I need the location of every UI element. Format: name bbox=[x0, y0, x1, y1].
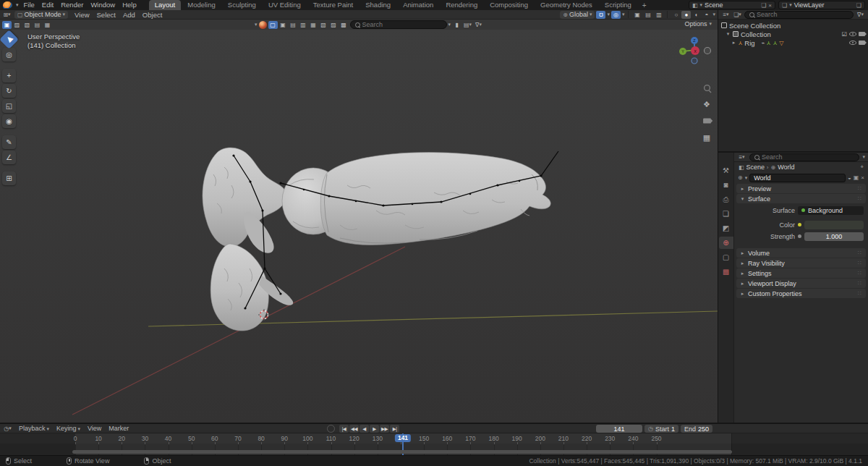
tool-option-4-icon[interactable]: ▥ bbox=[299, 21, 308, 29]
select-mode-extend-icon[interactable]: ▨ bbox=[12, 21, 22, 29]
chevron-down-icon[interactable]: ▾ bbox=[255, 22, 258, 27]
new-viewlayer-icon[interactable]: ❏ bbox=[856, 2, 861, 9]
editor-type-button[interactable]: ≡▾ bbox=[737, 153, 746, 161]
auto-keying-icon[interactable] bbox=[327, 425, 335, 433]
end-frame-field[interactable]: End 250 bbox=[681, 425, 712, 433]
chevron-down-icon[interactable]: ▾ bbox=[448, 22, 451, 27]
chevron-down-icon[interactable]: ▾ bbox=[607, 12, 610, 17]
shading-rendered-icon[interactable]: ◓ bbox=[702, 11, 711, 19]
properties-search-input[interactable] bbox=[762, 153, 812, 161]
tab-rendering[interactable]: Rendering bbox=[440, 0, 483, 10]
expand-icon[interactable]: ▸ bbox=[731, 40, 736, 46]
outliner-filter-icon[interactable]: ∇▾ bbox=[856, 11, 865, 19]
collection-checkbox[interactable]: ☑ bbox=[842, 31, 847, 38]
duplicate-icon[interactable]: ▣ bbox=[854, 174, 859, 181]
viewport-canvas[interactable]: User Perspective (141) Collection ▶◎+↻◱◉… bbox=[0, 30, 718, 423]
jump-end-button[interactable]: ▶| bbox=[390, 425, 399, 433]
outliner-scene-icon[interactable]: ❏▾ bbox=[733, 11, 742, 19]
zoom-icon[interactable] bbox=[701, 82, 712, 93]
viewport-menu-add[interactable]: Add bbox=[119, 10, 139, 20]
proportional-editing-icon[interactable]: ◎ bbox=[611, 11, 621, 19]
outliner-row-scene-collection[interactable]: Scene Collection bbox=[720, 21, 867, 30]
tool-rotate-button[interactable]: ↻ bbox=[2, 84, 16, 98]
properties-tab-object[interactable]: ▢ bbox=[719, 251, 733, 263]
hide-eye-icon[interactable] bbox=[849, 32, 856, 36]
tab-shading[interactable]: Shading bbox=[359, 0, 396, 10]
chevron-down-icon[interactable]: ▾ bbox=[862, 154, 865, 160]
tab-scripting[interactable]: Scripting bbox=[599, 0, 637, 10]
chevron-down-icon[interactable]: ▾ bbox=[622, 12, 625, 17]
select-mode-subtract-icon[interactable]: ▧ bbox=[22, 21, 32, 29]
playhead-frame-chip[interactable]: 141 bbox=[395, 434, 411, 442]
shading-wireframe-icon[interactable]: ○ bbox=[671, 11, 681, 19]
tab-uv-editing[interactable]: UV Editing bbox=[263, 0, 307, 10]
timeline-scrollbar[interactable] bbox=[72, 450, 732, 454]
tab-layout[interactable]: Layout bbox=[149, 0, 182, 10]
viewport-menu-select[interactable]: Select bbox=[93, 10, 119, 20]
play-button[interactable]: ▶ bbox=[370, 425, 379, 433]
color-swatch[interactable] bbox=[804, 221, 864, 229]
current-frame-field[interactable]: 141 bbox=[596, 425, 642, 433]
new-scene-icon[interactable]: ❏ bbox=[761, 2, 766, 9]
properties-tab-scene[interactable]: ◩ bbox=[719, 222, 733, 234]
blender-logo-icon[interactable] bbox=[3, 1, 12, 9]
panel-surface[interactable]: ▾ Surface ∷ bbox=[736, 194, 866, 203]
tab-compositing[interactable]: Compositing bbox=[484, 0, 534, 10]
viewlayer-selector[interactable]: ❏ ▾ ViewLayer ❏ bbox=[778, 1, 865, 9]
viewport-menu-view[interactable]: View bbox=[71, 10, 93, 20]
strength-decorator-icon[interactable] bbox=[798, 234, 801, 238]
tab-texture-paint[interactable]: Texture Paint bbox=[307, 0, 359, 10]
timeline-ruler[interactable]: 0102030405060708090100110120130150160170… bbox=[0, 433, 868, 444]
world-name-field[interactable]: World bbox=[749, 174, 846, 182]
matcap-ball-icon[interactable] bbox=[259, 21, 267, 29]
unlink-icon[interactable]: × bbox=[768, 2, 772, 9]
tool-option-8-icon[interactable]: ▩ bbox=[339, 21, 349, 29]
tool-option-6-icon[interactable]: ▧ bbox=[319, 21, 328, 29]
timeline-menu-keying[interactable]: Keying ▾ bbox=[53, 424, 84, 433]
options-dropdown[interactable]: Options ▾ bbox=[684, 20, 712, 27]
menu-edit[interactable]: Edit bbox=[38, 0, 57, 10]
properties-tab-tool[interactable]: ⚒ bbox=[719, 164, 733, 177]
show-overlays-icon[interactable]: ▤ bbox=[643, 11, 652, 19]
shading-dropdown-icon[interactable]: ▾ bbox=[712, 12, 715, 17]
unlink-icon[interactable]: × bbox=[861, 174, 864, 181]
menu-file[interactable]: File bbox=[20, 0, 38, 10]
properties-tab-output[interactable]: ⎙ bbox=[719, 193, 733, 206]
shading-material-preview-icon[interactable]: ◐ bbox=[692, 11, 701, 19]
scene-selector[interactable]: ◧ ▾ Scene ❏ × bbox=[689, 1, 775, 9]
breadcrumb-world[interactable]: World bbox=[778, 164, 794, 171]
panel-settings[interactable]: ▸ Settings ∷ bbox=[736, 268, 866, 278]
editor-type-button[interactable]: ⊞▾ bbox=[2, 11, 12, 19]
chevron-down-icon[interactable]: ▾ bbox=[745, 175, 748, 181]
panel-ray-visibility[interactable]: ▸ Ray Visibility ∷ bbox=[736, 258, 866, 268]
snap-magnet-icon[interactable]: Ω bbox=[596, 11, 605, 19]
filter-icon[interactable]: ∇▾ bbox=[474, 21, 483, 29]
tool-add-cube-button[interactable]: ⊞ bbox=[2, 171, 16, 185]
tab-modeling[interactable]: Modeling bbox=[182, 0, 221, 10]
pan-hand-icon[interactable]: ❖ bbox=[701, 98, 712, 110]
fake-user-shield-icon[interactable]: ◒ bbox=[848, 174, 851, 181]
shading-solid-icon[interactable]: ● bbox=[681, 11, 691, 19]
add-workspace-button[interactable]: + bbox=[639, 1, 650, 9]
menu-help[interactable]: Help bbox=[119, 0, 140, 10]
properties-tab-view-layer[interactable]: ❏ bbox=[719, 208, 733, 220]
pin-icon[interactable]: ⌖ bbox=[860, 164, 864, 171]
panel-custom-properties[interactable]: ▸ Custom Properties ∷ bbox=[736, 289, 866, 298]
panel-preview[interactable]: ▸ Preview ∷ bbox=[736, 184, 866, 193]
outliner-row-collection[interactable]: ▾ Collection ☑ bbox=[720, 30, 867, 38]
breadcrumb-scene[interactable]: Scene bbox=[746, 164, 765, 171]
tool-option-5-icon[interactable]: ▦ bbox=[309, 21, 318, 29]
disable-render-icon[interactable] bbox=[859, 41, 865, 45]
navigation-gizmo[interactable]: Z Y X bbox=[676, 34, 713, 69]
chevron-down-icon[interactable]: ▾ bbox=[16, 2, 19, 8]
next-keyframe-button[interactable]: ▶▶ bbox=[380, 425, 389, 433]
hide-eye-icon[interactable] bbox=[849, 41, 856, 45]
menu-render[interactable]: Render bbox=[57, 0, 87, 10]
viewport-menu-object[interactable]: Object bbox=[139, 10, 166, 20]
tool-move-button[interactable]: + bbox=[2, 69, 16, 82]
start-frame-field[interactable]: ◷ Start 1 bbox=[644, 425, 678, 433]
tool-annotate-button[interactable]: ✎ bbox=[2, 135, 16, 149]
properties-tab-world[interactable]: ⊕ bbox=[719, 237, 733, 249]
tool-transform-button[interactable]: ◉ bbox=[2, 114, 16, 128]
editor-type-button[interactable]: ◷▾ bbox=[3, 425, 12, 433]
